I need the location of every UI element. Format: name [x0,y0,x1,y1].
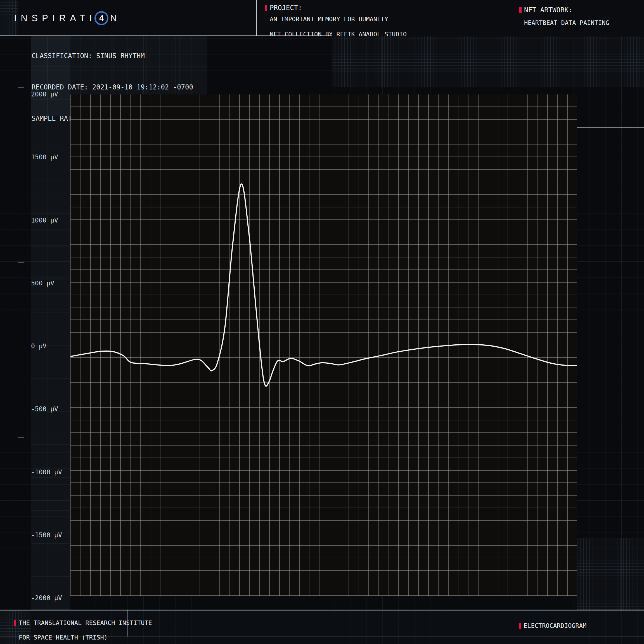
project-label: PROJECT: [270,4,302,12]
logo-circle-4-icon: 4 [94,11,108,25]
red-marker-icon [265,5,267,11]
y-axis-label: -2000 µV [31,594,70,602]
edge-tick [18,175,24,175]
project-lines: AN IMPORTANT MEMORY FOR HUMANITY NFT COL… [270,15,407,38]
red-marker-icon [14,620,16,626]
ecg-trace [70,94,577,596]
header-bar: INSPIRATI4N PROJECT: AN IMPORTANT MEMORY… [0,0,644,36]
project-block: PROJECT: AN IMPORTANT MEMORY FOR HUMANIT… [265,4,407,38]
logo-text-right: N [110,13,121,23]
artwork-label-row: NFT ARTWORK: [519,6,609,14]
header-divider [256,0,257,36]
bottom-right-fine-grid [577,538,644,610]
y-axis-label: -1000 µV [31,468,70,476]
y-axis-label: -500 µV [31,405,70,413]
red-marker-icon [519,7,522,13]
trish-line1: THE TRANSLATIONAL RESEARCH INSTITUTE [19,619,152,626]
edge-tick [18,87,24,88]
trish-text: THE TRANSLATIONAL RESEARCH INSTITUTE FOR… [19,619,152,641]
y-axis-label: -1500 µV [31,531,70,539]
trish-line2: FOR SPACE HEALTH (TRISH) [19,634,108,641]
classification-text: CLASSIFICATION: SINUS RHYTHM [32,52,145,60]
ecg-label-block: ELECTROCARDIOGRAM [519,622,586,629]
recorded-date-text: RECORDED DATE: 2021-09-18 19:12:02 -0700 [32,83,193,91]
electrocardiogram-label: ELECTROCARDIOGRAM [524,622,586,629]
ecg-plot-area [70,94,577,596]
y-axis-label: 500 µV [31,280,70,287]
edge-tick [18,525,24,525]
red-marker-icon [519,623,521,629]
logo-text-left: INSPIRATI [14,13,96,23]
artwork-title: HEARTBEAT DATA PAINTING [524,19,609,27]
top-right-fine-grid [332,36,644,87]
accent-horizontal-line [576,127,644,128]
y-axis-label: 2000 µV [31,91,70,98]
edge-tick [18,350,24,350]
footer-bar: THE TRANSLATIONAL RESEARCH INSTITUTE FOR… [0,610,644,644]
trish-block: THE TRANSLATIONAL RESEARCH INSTITUTE FOR… [14,619,152,641]
header-divider-faint-2 [516,0,516,36]
artwork-label: NFT ARTWORK: [524,6,572,14]
y-axis-label: 1500 µV [31,153,70,161]
project-line1: AN IMPORTANT MEMORY FOR HUMANITY [270,16,388,23]
y-axis-label: 0 µV [31,342,70,350]
artwork-canvas: INSPIRATI4N PROJECT: AN IMPORTANT MEMORY… [0,0,644,644]
inspiration4-logo: INSPIRATI4N [14,0,121,36]
y-axis-label: 1000 µV [31,217,70,224]
project-label-row: PROJECT: [265,4,407,12]
edge-tick [18,437,24,438]
nft-artwork-block: NFT ARTWORK: HEARTBEAT DATA PAINTING [519,6,609,27]
edge-tick [18,262,24,263]
